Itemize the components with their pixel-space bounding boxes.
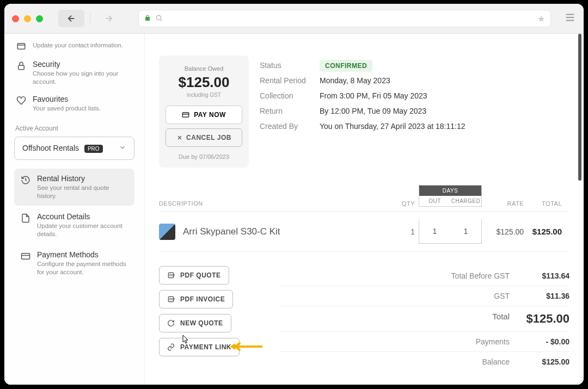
- account-selector[interactable]: Offshoot Rentals PRO: [14, 137, 134, 160]
- pdf-quote-button[interactable]: PDF PDF QUOTE: [159, 266, 229, 285]
- balance-amount: $125.00: [166, 74, 242, 91]
- info-key: Status: [260, 61, 320, 70]
- nav-desc: Configure the payment methods for your a…: [37, 260, 128, 276]
- section-label: Active Account: [15, 125, 134, 132]
- minimize-window[interactable]: [24, 15, 31, 22]
- nav-account-details[interactable]: Account Details Update your customer acc…: [14, 207, 134, 244]
- total-value: $125.00: [526, 357, 569, 366]
- info-key: Return: [260, 107, 320, 115]
- col-days: DAYS OUT CHARGED: [415, 185, 486, 207]
- info-val: From 3:00 PM, Fri 05 May 2023: [320, 91, 427, 100]
- due-date: Due by 07/06/2023: [166, 153, 242, 160]
- window-titlebar: ★: [4, 4, 584, 34]
- svg-text:PDF: PDF: [169, 298, 175, 301]
- balance-label: Balance Owed: [166, 65, 242, 72]
- totals-section: Total Before GST $113.64 GST $11.36 Tota…: [279, 266, 569, 372]
- document-actions: PDF PDF QUOTE PDF PDF INVOICE NEW QUOTE …: [159, 266, 257, 372]
- nav-forward-button: [96, 10, 122, 27]
- info-key: Rental Period: [260, 76, 320, 85]
- pay-now-button[interactable]: PAY NOW: [166, 106, 242, 124]
- chevron-down-icon: [119, 144, 126, 153]
- svg-rect-1: [17, 44, 25, 50]
- col-description: DESCRIPTION: [159, 200, 388, 207]
- cell-qty: 1: [388, 227, 415, 236]
- sidebar-item-desc: Update your contact information.: [33, 41, 132, 50]
- svg-rect-3: [22, 253, 30, 259]
- pdf-icon: PDF: [167, 295, 175, 303]
- close-icon: [176, 134, 183, 141]
- total-value: - $0.00: [526, 337, 569, 346]
- info-key: Created By: [260, 122, 320, 131]
- menu-button[interactable]: [564, 11, 576, 26]
- new-quote-button[interactable]: NEW QUOTE: [159, 314, 231, 332]
- sidebar-item-security[interactable]: Security Choose how you sign into your a…: [14, 55, 134, 90]
- total-value: $11.36: [526, 292, 569, 300]
- close-window[interactable]: [12, 15, 19, 22]
- main-panel: Balance Owed $125.00 including GST PAY N…: [145, 34, 584, 385]
- sidebar: Update your contact information. Securit…: [4, 34, 145, 385]
- sidebar-item-contact[interactable]: Update your contact information.: [14, 36, 134, 55]
- bookmark-star-icon[interactable]: ★: [537, 14, 545, 24]
- table-row: Arri Skypanel S30-C Kit 1 1 1 $125.00 $1…: [159, 212, 569, 252]
- total-label: Total: [492, 312, 510, 326]
- account-name: Offshoot Rentals: [22, 144, 79, 152]
- sidebar-item-label: Favourites: [33, 95, 132, 103]
- nav-payment-methods[interactable]: Payment Methods Configure the payment me…: [14, 245, 134, 282]
- info-key: Collection: [260, 91, 320, 100]
- lock-icon: [16, 61, 26, 71]
- sidebar-item-favourites[interactable]: Favourites Your saved product lists.: [14, 90, 134, 117]
- sidebar-item-desc: Your saved product lists.: [33, 104, 132, 113]
- total-value: $125.00: [526, 312, 569, 326]
- address-bar[interactable]: ★: [138, 10, 551, 27]
- pro-badge: PRO: [84, 145, 103, 153]
- svg-rect-4: [182, 113, 189, 117]
- refresh-icon: [167, 319, 175, 327]
- info-val: Monday, 8 May 2023: [320, 76, 390, 85]
- col-total: TOTAL: [524, 200, 562, 207]
- line-items-table: DESCRIPTION QTY DAYS OUT CHARGED RATE TO…: [159, 185, 569, 252]
- status-badge: CONFIRMED: [320, 60, 372, 72]
- nav-desc: See your rental and quote history.: [37, 184, 128, 200]
- balance-gst: including GST: [166, 92, 242, 98]
- balance-card: Balance Owed $125.00 including GST PAY N…: [159, 55, 249, 168]
- product-thumbnail: [159, 224, 175, 240]
- cell-total: $125.00: [524, 227, 562, 236]
- cell-rate: $125.00: [486, 227, 524, 236]
- lock-icon: [144, 14, 151, 23]
- history-icon: [21, 175, 30, 185]
- nav-desc: Update your customer account details.: [37, 222, 128, 238]
- sidebar-item-label: Security: [33, 60, 132, 69]
- card-icon: [16, 41, 26, 51]
- arrow-annotation: [230, 342, 262, 353]
- file-icon: [21, 213, 30, 223]
- credit-card-icon: [182, 111, 189, 119]
- nav-back-button[interactable]: [58, 10, 84, 27]
- svg-rect-2: [19, 65, 24, 70]
- nav-rental-history[interactable]: Rental History See your rental and quote…: [14, 169, 134, 206]
- cancel-job-button[interactable]: CANCEL JOB: [166, 128, 242, 147]
- col-rate: RATE: [486, 200, 524, 207]
- total-label: GST: [494, 292, 510, 300]
- total-value: $113.64: [526, 271, 569, 280]
- sidebar-item-desc: Choose how you sign into your account.: [33, 70, 132, 86]
- nav-label: Account Details: [37, 212, 128, 221]
- nav-label: Payment Methods: [37, 250, 128, 259]
- svg-text:PDF: PDF: [169, 274, 175, 277]
- total-label: Payments: [476, 337, 510, 346]
- job-info: Status CONFIRMED Rental Period Monday, 8…: [260, 55, 569, 168]
- pdf-invoice-button[interactable]: PDF PDF INVOICE: [159, 290, 233, 308]
- svg-point-0: [156, 15, 161, 20]
- total-label: Balance: [482, 357, 510, 366]
- cell-days-charged: 1: [450, 219, 481, 243]
- credit-card-icon: [21, 251, 30, 261]
- maximize-window[interactable]: [36, 15, 43, 22]
- pdf-icon: PDF: [167, 271, 175, 279]
- cell-days-out: 1: [419, 219, 450, 243]
- traffic-lights: [12, 15, 43, 22]
- payment-link-button[interactable]: PAYMENT LINK: [159, 338, 240, 356]
- col-qty: QTY: [388, 200, 415, 207]
- product-name: Arri Skypanel S30-C Kit: [183, 226, 280, 237]
- info-val: You on Thursday, 27 April 2023 at 18:11:…: [320, 122, 465, 131]
- link-icon: [167, 343, 175, 351]
- nav-label: Rental History: [37, 174, 128, 183]
